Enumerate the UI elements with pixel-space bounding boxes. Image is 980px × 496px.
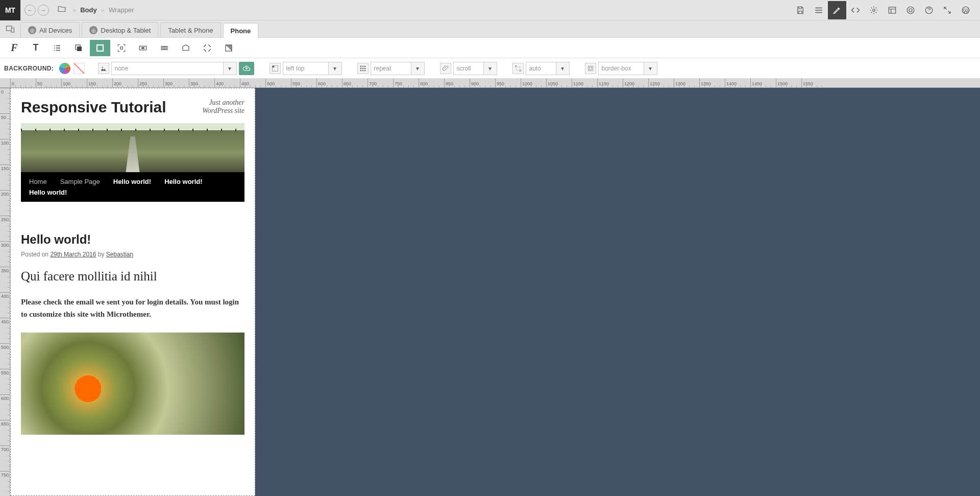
site-tagline: Just another WordPress site bbox=[183, 99, 244, 115]
bg-repeat-select[interactable]: repeat bbox=[371, 62, 411, 75]
tab-desktop-tablet[interactable]: ◎Desktop & Tablet bbox=[82, 22, 158, 37]
site-title[interactable]: Responsive Tutorial bbox=[21, 99, 166, 116]
dropdown-icon[interactable]: ▾ bbox=[644, 62, 657, 75]
canvas-inner: Responsive Tutorial Just another WordPre… bbox=[10, 88, 980, 496]
tab-label: Tablet & Phone bbox=[168, 27, 213, 34]
post-body: Please check the email we sent you for l… bbox=[21, 296, 244, 320]
bg-clip-select[interactable]: border-box bbox=[598, 62, 644, 75]
dropdown-icon[interactable]: ▾ bbox=[329, 62, 342, 75]
bg-size-select[interactable]: auto bbox=[526, 62, 556, 75]
dimensions-button[interactable] bbox=[111, 40, 132, 56]
padding-button[interactable] bbox=[133, 40, 153, 56]
svg-rect-9 bbox=[77, 46, 82, 51]
nav-arrows: ← → bbox=[20, 5, 53, 16]
nav-hello-1[interactable]: Hello world! bbox=[108, 178, 156, 185]
tab-tablet-phone[interactable]: Tablet & Phone bbox=[160, 22, 220, 37]
preview-nav: Home Sample Page Hello world! Hello worl… bbox=[21, 172, 244, 202]
bg-color-picker[interactable] bbox=[59, 63, 70, 74]
nav-forward-button[interactable]: → bbox=[38, 5, 49, 16]
devices-icon[interactable] bbox=[4, 23, 16, 35]
responsive-tabs-bar: ◎All Devices ◎Desktop & Tablet Tablet & … bbox=[0, 20, 980, 38]
nav-sample[interactable]: Sample Page bbox=[55, 178, 105, 185]
settings-button[interactable] bbox=[865, 1, 883, 19]
size-icon bbox=[512, 63, 524, 74]
nav-back-button[interactable]: ← bbox=[24, 5, 36, 16]
tab-phone[interactable]: Phone bbox=[223, 23, 259, 38]
border-button[interactable] bbox=[176, 40, 196, 56]
target-icon: ◎ bbox=[28, 26, 36, 34]
dropdown-icon[interactable]: ▾ bbox=[224, 62, 237, 75]
posted-on-label: Posted on bbox=[21, 251, 50, 258]
svg-point-0 bbox=[873, 9, 875, 11]
help-button[interactable] bbox=[920, 1, 938, 19]
bg-image-select[interactable]: none bbox=[111, 62, 224, 75]
post-author-link[interactable]: Sebastian bbox=[106, 251, 133, 258]
hero-image bbox=[21, 123, 244, 172]
upload-button[interactable] bbox=[239, 62, 254, 75]
by-label: by bbox=[96, 251, 106, 258]
tab-all-devices[interactable]: ◎All Devices bbox=[20, 22, 80, 37]
nav-hello-2[interactable]: Hello world! bbox=[159, 178, 207, 185]
bg-attachment-control: scroll ▾ bbox=[440, 62, 497, 75]
bg-position-select[interactable]: left top bbox=[283, 62, 329, 75]
svg-point-3 bbox=[909, 9, 912, 12]
nav-hello-3[interactable]: Hello world! bbox=[24, 188, 72, 196]
folder-icon[interactable] bbox=[57, 5, 66, 15]
clip-icon bbox=[585, 63, 596, 74]
options-icon[interactable] bbox=[810, 1, 828, 19]
post-date-link[interactable]: 29th March 2016 bbox=[50, 251, 96, 258]
position-icon bbox=[270, 63, 281, 74]
code-button[interactable] bbox=[846, 1, 865, 19]
attachment-icon bbox=[440, 63, 451, 74]
edit-mode-button[interactable] bbox=[828, 1, 846, 19]
svg-rect-16 bbox=[516, 66, 520, 70]
layout-button[interactable] bbox=[883, 1, 901, 19]
image-icon bbox=[98, 63, 109, 74]
gradient-button[interactable] bbox=[218, 40, 239, 56]
dropdown-icon[interactable]: ▾ bbox=[556, 62, 570, 75]
top-right-toolbar bbox=[791, 1, 980, 19]
svg-rect-6 bbox=[7, 26, 12, 31]
support-button[interactable] bbox=[901, 1, 920, 19]
bg-clip-control: border-box ▾ bbox=[585, 62, 657, 75]
bg-image-control: none ▾ bbox=[98, 62, 254, 75]
post-title[interactable]: Hello world! bbox=[21, 232, 244, 247]
save-button[interactable] bbox=[791, 1, 810, 19]
font-button[interactable]: F bbox=[4, 40, 24, 56]
bg-color-none[interactable] bbox=[74, 63, 85, 74]
app-logo[interactable]: MT bbox=[0, 0, 20, 20]
nav-home[interactable]: Home bbox=[24, 178, 52, 185]
svg-rect-12 bbox=[141, 47, 144, 49]
text-button[interactable]: T bbox=[26, 40, 46, 56]
bg-size-control: auto ▾ bbox=[512, 62, 570, 75]
preview-post: Hello world! Posted on 29th March 2016 b… bbox=[21, 232, 244, 435]
post-image bbox=[21, 333, 244, 435]
expand-button[interactable] bbox=[938, 1, 957, 19]
wordpress-button[interactable] bbox=[957, 1, 975, 19]
ruler-vertical: 0501001502002503003504004505005506006507… bbox=[0, 88, 10, 496]
shadow-button[interactable] bbox=[68, 40, 89, 56]
repeat-icon bbox=[357, 63, 369, 74]
bg-attachment-select[interactable]: scroll bbox=[453, 62, 484, 75]
breadcrumb: » Body » Wrapper bbox=[70, 6, 136, 14]
background-options-bar: BACKGROUND: none ▾ left top ▾ repeat ▾ s… bbox=[0, 58, 980, 79]
position-button[interactable] bbox=[197, 40, 217, 56]
list-button[interactable] bbox=[47, 40, 67, 56]
bg-position-control: left top ▾ bbox=[270, 62, 342, 75]
svg-rect-1 bbox=[889, 7, 896, 13]
svg-rect-17 bbox=[588, 66, 593, 70]
property-group-bar: F T bbox=[0, 38, 980, 58]
ruler-horizontal: 0501001502002503003504004505005506006507… bbox=[0, 79, 980, 88]
post-meta: Posted on 29th March 2016 by Sebastian bbox=[21, 251, 244, 258]
phone-preview-frame[interactable]: Responsive Tutorial Just another WordPre… bbox=[10, 88, 255, 496]
breadcrumb-body[interactable]: Body bbox=[80, 6, 97, 14]
dropdown-icon[interactable]: ▾ bbox=[484, 62, 497, 75]
tab-label: All Devices bbox=[39, 27, 72, 34]
svg-rect-15 bbox=[272, 65, 274, 67]
canvas: 0501001502002503003504004505005506006507… bbox=[0, 88, 980, 496]
margin-button[interactable] bbox=[154, 40, 175, 56]
background-button[interactable] bbox=[90, 40, 110, 56]
dropdown-icon[interactable]: ▾ bbox=[411, 62, 425, 75]
svg-rect-7 bbox=[11, 28, 14, 32]
breadcrumb-wrapper[interactable]: Wrapper bbox=[109, 6, 134, 14]
